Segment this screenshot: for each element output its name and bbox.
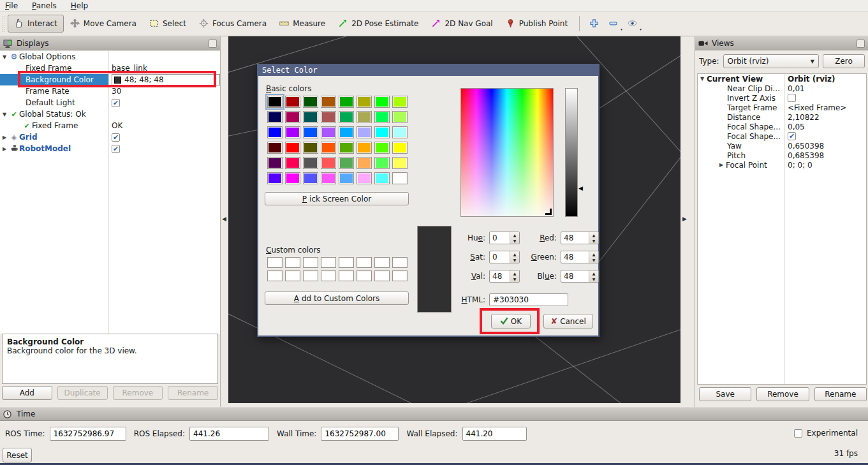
basic-color-swatch[interactable] — [374, 157, 390, 169]
expander-arrow-icon[interactable]: ▼ — [698, 76, 707, 82]
spinbox-arrows[interactable]: ▲▼ — [510, 270, 519, 282]
basic-color-swatch[interactable] — [321, 172, 336, 184]
tree-row-fixed-frame[interactable]: ✔Fixed FrameOK — [0, 120, 220, 131]
add-button[interactable]: Add — [2, 386, 52, 400]
custom-color-swatch[interactable] — [339, 270, 354, 281]
spin-up-icon[interactable]: ▲ — [510, 270, 519, 276]
basic-color-swatch[interactable] — [303, 96, 318, 108]
basic-color-swatch[interactable] — [374, 126, 390, 138]
tree-row-pitch[interactable]: Pitch0,685398 — [698, 151, 866, 160]
expander-arrow-icon[interactable]: ▶ — [717, 162, 726, 168]
spinbox-arrows[interactable]: ▲▼ — [510, 232, 519, 244]
basic-color-swatch[interactable] — [392, 126, 408, 138]
tree-row-near-clip-di-[interactable]: Near Clip Di...0,01 — [698, 84, 866, 93]
html-color-input[interactable] — [489, 293, 568, 306]
custom-color-swatch[interactable] — [285, 270, 300, 281]
tree-row-target-frame[interactable]: Target Frame<Fixed Frame> — [698, 103, 866, 112]
basic-color-swatch[interactable] — [267, 157, 283, 169]
tree-row-current-view[interactable]: ▼Current ViewOrbit (rviz) — [698, 74, 866, 84]
green-spinbox[interactable]: 48▲▼ — [561, 251, 599, 263]
expander-arrow-icon[interactable]: ▼ — [0, 54, 9, 60]
tree-row-checkbox[interactable]: ✔ — [788, 132, 796, 140]
tool-plus-button[interactable] — [585, 15, 604, 32]
spin-up-icon[interactable]: ▲ — [589, 251, 598, 257]
basic-color-swatch[interactable] — [339, 142, 354, 154]
spinbox-arrows[interactable]: ▲▼ — [589, 251, 598, 263]
view-type-combobox[interactable]: Orbit (rviz) ▼ — [723, 54, 819, 68]
tool-eye-button[interactable]: ▾ — [623, 15, 642, 32]
tree-row-global-options[interactable]: ▼⚙Global Options — [0, 51, 220, 63]
basic-color-swatch[interactable] — [339, 126, 354, 138]
menu-item-help[interactable]: Help — [71, 1, 88, 10]
custom-color-swatch[interactable] — [267, 257, 283, 268]
tree-row-default-light[interactable]: Default Light✔ — [0, 97, 220, 108]
tree-row-distance[interactable]: Distance2,10822 — [698, 112, 866, 122]
basic-color-swatch[interactable] — [303, 142, 318, 154]
tree-row-checkbox[interactable]: ✔ — [112, 133, 120, 142]
expander-arrow-icon[interactable]: ▶ — [0, 146, 9, 152]
views-panel-float-button[interactable] — [857, 40, 865, 48]
sat-spinbox[interactable]: 0▲▼ — [489, 251, 520, 263]
remove-button[interactable]: Remove — [756, 387, 809, 401]
spinbox-arrows[interactable]: ▲▼ — [589, 232, 598, 244]
spin-down-icon[interactable]: ▼ — [510, 276, 519, 282]
basic-color-swatch[interactable] — [285, 172, 300, 184]
custom-color-swatch[interactable] — [357, 270, 372, 281]
ok-button[interactable]: OK — [491, 314, 531, 328]
pick-screen-color-button[interactable]: Pick Screen Color — [265, 192, 409, 205]
basic-color-swatch[interactable] — [392, 96, 408, 108]
tool-minus-button[interactable]: ▾ — [604, 15, 623, 32]
basic-color-swatch[interactable] — [321, 111, 336, 123]
basic-color-swatch[interactable] — [339, 111, 354, 123]
rename-button[interactable]: Rename — [814, 387, 867, 401]
basic-color-swatch[interactable] — [267, 172, 283, 184]
basic-color-swatch[interactable] — [357, 111, 372, 123]
spin-down-icon[interactable]: ▼ — [589, 257, 598, 263]
spin-down-icon[interactable]: ▼ — [589, 276, 598, 282]
basic-color-swatch[interactable] — [321, 157, 336, 169]
experimental-checkbox[interactable] — [794, 429, 802, 438]
column-splitter[interactable] — [108, 51, 109, 334]
custom-color-swatch[interactable] — [321, 257, 336, 268]
custom-color-swatch[interactable] — [374, 257, 390, 268]
tree-row-checkbox[interactable]: ✔ — [112, 145, 120, 153]
custom-color-swatch[interactable] — [339, 257, 354, 268]
basic-color-swatch[interactable] — [392, 142, 408, 154]
save-button[interactable]: Save — [699, 387, 751, 401]
basic-color-swatch[interactable] — [285, 157, 300, 169]
spin-down-icon[interactable]: ▼ — [510, 257, 519, 263]
blue-spinbox[interactable]: 48▲▼ — [561, 270, 599, 283]
custom-color-swatch[interactable] — [285, 257, 300, 268]
basic-color-swatch[interactable] — [267, 126, 283, 138]
tree-row-checkbox[interactable] — [788, 94, 796, 102]
basic-color-swatch[interactable] — [285, 126, 300, 138]
tree-row-focal-shape-[interactable]: Focal Shape...0,05 — [698, 122, 866, 131]
hue-spinbox[interactable]: 0▲▼ — [489, 232, 520, 244]
basic-color-swatch[interactable] — [374, 172, 390, 184]
menu-item-file[interactable]: File — [5, 1, 18, 10]
basic-color-swatch[interactable] — [303, 157, 318, 169]
tool-measure[interactable]: Measure — [273, 15, 332, 33]
basic-color-swatch[interactable] — [321, 126, 336, 138]
basic-color-swatch[interactable] — [357, 96, 372, 108]
add-to-custom-colors-button[interactable]: Add to Custom Colors — [265, 292, 409, 305]
custom-color-swatch[interactable] — [357, 257, 372, 268]
basic-color-swatch[interactable] — [285, 96, 300, 108]
ros-elapsed-input[interactable] — [189, 427, 269, 441]
basic-color-swatch[interactable] — [303, 172, 318, 184]
tree-row-focal-point[interactable]: ▶Focal Point0; 0; 0 — [698, 160, 866, 170]
spin-up-icon[interactable]: ▲ — [589, 232, 598, 238]
zero-button[interactable]: Zero — [823, 54, 865, 68]
basic-color-swatch[interactable] — [321, 142, 336, 154]
tree-row-fixed-frame[interactable]: Fixed Framebase_link — [0, 63, 220, 74]
left-splitter-collapse-arrow[interactable]: ◀ — [222, 215, 226, 223]
displays-panel-float-button[interactable] — [209, 40, 217, 48]
basic-color-swatch[interactable] — [392, 111, 408, 123]
basic-color-swatch[interactable] — [339, 96, 354, 108]
expander-arrow-icon[interactable]: ▶ — [0, 135, 9, 140]
spin-up-icon[interactable]: ▲ — [510, 251, 519, 257]
tree-row-robotmodel[interactable]: ▶RobotModel✔ — [0, 143, 220, 154]
spin-down-icon[interactable]: ▼ — [589, 238, 598, 244]
tool-publish-point[interactable]: Publish Point — [499, 15, 574, 33]
spinbox-arrows[interactable]: ▲▼ — [589, 270, 598, 282]
